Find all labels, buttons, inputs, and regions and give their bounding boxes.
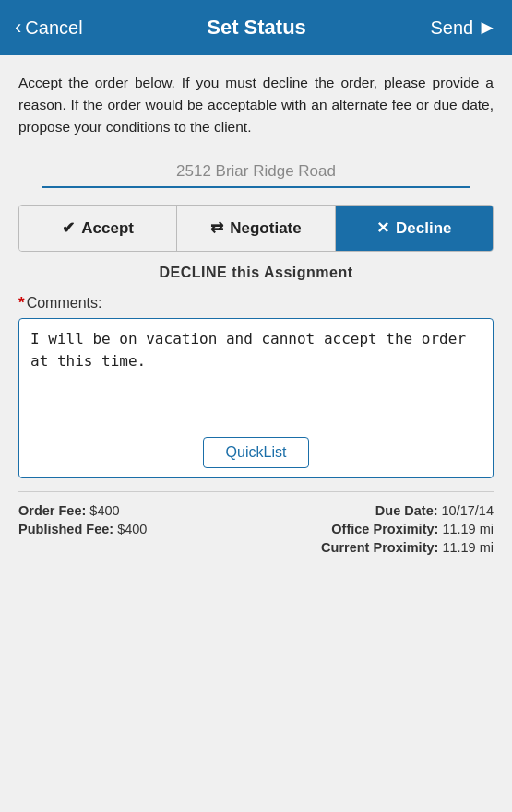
comments-textarea[interactable]: I will be on vacation and cannot accept … [30,328,482,430]
address-input[interactable] [42,159,470,188]
description-text: Accept the order below. If you must decl… [18,72,494,138]
comments-label-text: Comments: [27,295,102,312]
negotiate-icon: ⇄ [210,218,223,238]
page-title: Set Status [207,16,306,40]
due-date-label: Due Date: [375,503,438,518]
published-fee-value: $400 [117,522,147,536]
tab-decline[interactable]: ✕ Decline [336,206,493,251]
published-fee-label: Published Fee: [18,522,113,536]
due-date-value: 10/17/14 [442,503,494,518]
tab-negotiate[interactable]: ⇄ Negotiate [177,206,335,251]
send-arrow-icon: ► [477,16,497,40]
action-tabs: ✔ Accept ⇄ Negotiate ✕ Decline [18,205,494,252]
tab-accept-label: Accept [81,219,134,238]
published-fee-row: Published Fee: $400 [18,522,256,536]
order-fee-label: Order Fee: [18,503,86,518]
chevron-left-icon: ‹ [15,16,21,40]
decline-icon: ✕ [376,218,389,238]
current-proximity-value: 11.19 mi [442,540,494,555]
cancel-button[interactable]: ‹ Cancel [15,16,83,40]
office-proximity-row: Office Proximity: 11.19 mi [256,522,494,536]
address-wrapper [18,159,494,188]
tab-negotiate-label: Negotiate [230,219,301,238]
current-proximity-row: Current Proximity: 11.19 mi [256,540,494,555]
header: ‹ Cancel Set Status Send ► [0,0,512,55]
tab-accept[interactable]: ✔ Accept [19,206,177,251]
office-proximity-label: Office Proximity: [331,522,438,536]
accept-icon: ✔ [62,218,75,238]
quicklist-button[interactable]: QuickList [203,437,310,468]
send-label: Send [431,18,474,39]
main-content: Accept the order below. If you must decl… [0,55,512,568]
current-proximity-label: Current Proximity: [321,540,438,555]
tab-decline-label: Decline [396,219,451,238]
required-star: * [18,294,25,312]
order-fee-row: Order Fee: $400 [18,503,256,518]
footer-info: Order Fee: $400 Due Date: 10/17/14 Publi… [18,491,494,555]
order-fee-value: $400 [89,503,119,518]
comments-label: * Comments: [18,294,494,312]
comments-box: I will be on vacation and cannot accept … [18,318,494,478]
status-label: DECLINE this Assignment [18,265,494,281]
due-date-row: Due Date: 10/17/14 [256,503,494,518]
office-proximity-value: 11.19 mi [442,522,494,536]
empty-left [18,540,256,555]
send-button[interactable]: Send ► [431,16,498,40]
cancel-label: Cancel [25,18,82,39]
